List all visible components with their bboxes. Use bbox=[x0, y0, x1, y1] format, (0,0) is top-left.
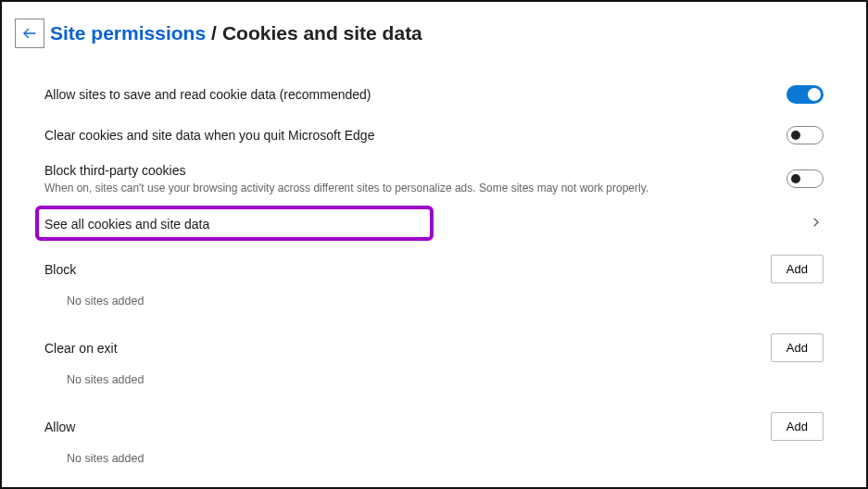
setting-allow-cookies: Allow sites to save and read cookie data… bbox=[44, 74, 824, 115]
allow-empty-text: No sites added bbox=[44, 446, 824, 482]
add-allow-button[interactable]: Add bbox=[771, 412, 824, 441]
breadcrumb-link-site-permissions[interactable]: Site permissions bbox=[50, 22, 206, 44]
setting-label: Clear cookies and site data when you qui… bbox=[44, 128, 786, 143]
setting-clear-on-quit: Clear cookies and site data when you qui… bbox=[44, 115, 824, 156]
see-all-cookies-link[interactable]: See all cookies and site data bbox=[44, 202, 824, 245]
block-empty-text: No sites added bbox=[44, 289, 824, 324]
breadcrumb-current: Cookies and site data bbox=[222, 22, 422, 44]
toggle-block-third-party[interactable] bbox=[786, 169, 824, 188]
section-title: Allow bbox=[44, 420, 75, 434]
breadcrumb-separator: / bbox=[211, 22, 217, 44]
setting-label: Allow sites to save and read cookie data… bbox=[44, 87, 786, 102]
toggle-clear-on-quit[interactable] bbox=[786, 126, 824, 144]
section-title: Clear on exit bbox=[44, 341, 118, 356]
add-block-button[interactable]: Add bbox=[771, 255, 824, 283]
setting-block-third-party: Block third-party cookies When on, sites… bbox=[44, 156, 824, 202]
settings-content: Allow sites to save and read cookie data… bbox=[2, 74, 866, 482]
back-button[interactable] bbox=[15, 19, 44, 48]
section-allow: Allow Add bbox=[44, 403, 824, 446]
page-header: Site permissions / Cookies and site data bbox=[2, 2, 866, 74]
setting-description: When on, sites can't use your browsing a… bbox=[44, 182, 786, 194]
section-block: Block Add bbox=[44, 245, 824, 289]
setting-label: Block third-party cookies bbox=[44, 163, 786, 178]
chevron-right-icon bbox=[809, 215, 824, 232]
breadcrumb: Site permissions / Cookies and site data bbox=[50, 22, 422, 44]
clear-on-exit-empty-text: No sites added bbox=[44, 368, 824, 403]
section-clear-on-exit: Clear on exit Add bbox=[44, 324, 824, 368]
nav-row-label: See all cookies and site data bbox=[44, 217, 209, 232]
back-arrow-icon bbox=[21, 25, 38, 42]
section-title: Block bbox=[44, 262, 76, 277]
toggle-allow-cookies[interactable] bbox=[786, 85, 824, 104]
add-clear-on-exit-button[interactable]: Add bbox=[771, 333, 824, 362]
